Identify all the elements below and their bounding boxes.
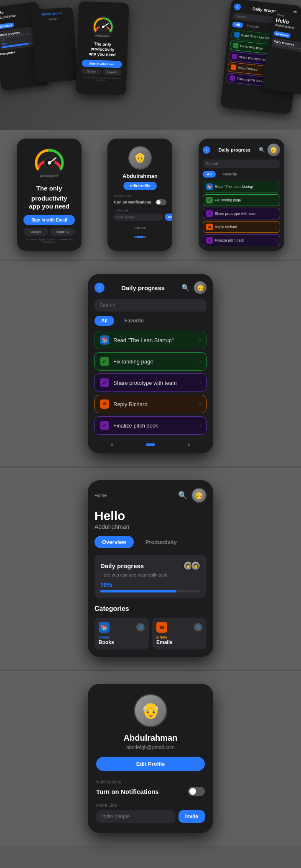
task-item-2-medium[interactable]: ✓ Fix landing page › — [203, 194, 280, 206]
home-username: Abdulrahman — [94, 523, 207, 530]
notifications-toggle-medium[interactable] — [156, 199, 166, 205]
tab-all-medium[interactable]: All — [203, 171, 216, 178]
home-greeting: Hello — [94, 509, 207, 523]
large-search-icon[interactable]: 🔍 — [181, 284, 190, 292]
back-button-medium[interactable]: ‹ — [203, 146, 210, 154]
category-emails: ✉ 👤 2 New Emails — [152, 618, 207, 649]
large-task-1[interactable]: 📚 Read "The Lean Startup" › — [94, 331, 207, 349]
large-task-5[interactable]: ✓ Finalize pitch deck › — [94, 416, 207, 435]
large-task-text-4: Reply Richard — [113, 401, 199, 407]
large-search-bar[interactable]: Search — [94, 299, 207, 312]
task-icon-3-medium: ✓ — [206, 210, 213, 217]
splash-tagline: The only — [36, 185, 62, 193]
books-count: 5 New — [99, 635, 145, 639]
large-task-icon-2: ✓ — [100, 357, 109, 366]
apple-button[interactable]: Apple ID — [50, 228, 75, 236]
tasks-phone-medium: ‹ Daily progress 🔍 👴 Search All Favorite… — [199, 139, 284, 251]
task-text-2-medium: Fix landing page — [215, 198, 275, 202]
avatar-image: 👴 — [129, 147, 151, 169]
books-name: Books — [99, 639, 145, 645]
tab-overview[interactable]: Overview — [94, 536, 134, 548]
emails-name: Emails — [156, 639, 202, 645]
emails-icons-row: ✉ 👤 — [156, 622, 202, 633]
task-icon-2-medium: ✓ — [206, 197, 213, 203]
large-home-phone: Home 🔍 👴 Hello Abdulrahman Overview Prod… — [88, 480, 213, 657]
large-nav-dot-2 — [146, 443, 155, 446]
splash-tagline2: productivity — [31, 195, 67, 202]
splash-phone-medium: PRODUCTIVITY The only productivity app y… — [17, 139, 82, 251]
large-notifications-toggle[interactable] — [188, 787, 205, 796]
invite-input-medium[interactable] — [113, 214, 163, 221]
large-tabs: All Favorite — [94, 316, 207, 326]
large-task-chevron-3: › — [199, 379, 201, 386]
task-chevron-4-medium: › — [275, 225, 276, 229]
tab-favorite-medium[interactable]: Favorite — [218, 171, 241, 178]
nav-bar-tasks-medium — [203, 249, 280, 251]
large-task-text-1: Read "The Lean Startup" — [113, 337, 199, 343]
gauge-svg: PRODUCTIVITY — [33, 146, 66, 180]
large-edit-profile-button[interactable]: Edit Profile — [96, 757, 205, 771]
large-tab-favorite[interactable]: Favorite — [117, 316, 150, 326]
task-item-1-medium[interactable]: 📚 Read "The Lean Startup" › — [203, 181, 280, 193]
large-back-button[interactable]: ‹ — [94, 283, 105, 293]
invite-row-medium: Invite — [113, 214, 166, 221]
profile-name-medium: Abdulrahman — [122, 173, 158, 179]
books-avatar: 👤 — [136, 623, 145, 631]
task-item-5-medium[interactable]: ✓ Finalize pitch deck › — [203, 234, 280, 246]
large-task-4[interactable]: ✉ Reply Richard › — [94, 395, 207, 413]
edit-profile-button-medium[interactable]: Edit Profile — [123, 182, 157, 190]
home-top-icons: 🔍 👴 — [178, 488, 207, 503]
search-bar-medium[interactable]: Search — [203, 160, 280, 168]
emails-avatar: 👤 — [194, 623, 202, 631]
home-search-icon[interactable]: 🔍 — [178, 491, 187, 500]
large-profile-email: abcdefgh@gmail.com — [126, 744, 175, 750]
task-chevron-5-medium: › — [275, 238, 276, 243]
large-task-chevron-5: › — [199, 422, 201, 429]
large-profile-avatar: 👴 — [134, 694, 167, 727]
tab-productivity[interactable]: Productivity — [138, 536, 184, 548]
logout-text-medium[interactable]: Log out — [135, 226, 146, 229]
task-text-3-medium: Share prototype with team — [215, 211, 275, 216]
large-tab-all[interactable]: All — [94, 316, 114, 326]
category-books: 📚 👤 5 New Books — [94, 618, 149, 649]
search-icon-medium[interactable]: 🔍 — [259, 147, 265, 153]
collage-apple-btn[interactable]: Apple ID — [102, 69, 122, 75]
large-task-icon-3: ✓ — [100, 378, 109, 387]
sign-in-email-button[interactable]: Sign in with Email — [23, 215, 75, 225]
collage-tagline: The onlyproductivityapp you need — [89, 41, 116, 57]
task-icon-1-medium: 📚 — [206, 183, 213, 190]
home-avatar: 👴 — [191, 488, 207, 503]
collage-social-row: Google Apple ID — [82, 68, 122, 75]
splash-gauge: PRODUCTIVITY — [33, 146, 66, 180]
large-task-2[interactable]: ✓ Fix landing page › — [94, 352, 207, 371]
header-icons-medium: 🔍 👴 — [259, 144, 280, 156]
progress-card-header: Daily progress 🧑 👩 — [100, 561, 201, 571]
task-icon-4-medium: ✉ — [206, 224, 213, 230]
collage-invite-people: Invite people — [34, 10, 70, 17]
large-home-section: Home 🔍 👴 Hello Abdulrahman Overview Prod… — [0, 468, 301, 670]
progress-card-subtitle: Here you can see your daily task — [100, 572, 201, 577]
google-button[interactable]: Google — [23, 228, 48, 236]
invite-button-medium[interactable]: Invite — [165, 214, 172, 221]
large-invite-button[interactable]: Invite — [179, 810, 205, 823]
task-item-4-medium[interactable]: ✉ Reply Richard › — [203, 221, 280, 233]
notifications-section-label-medium: Notifications — [113, 194, 132, 198]
large-notifications-row: Turn on Notifications — [96, 787, 205, 796]
nav-dot-2-active — [136, 236, 144, 238]
large-invite-input[interactable] — [96, 810, 175, 823]
task-text-5-medium: Finalize pitch deck — [215, 238, 275, 242]
collage-google-btn[interactable]: Google — [82, 68, 101, 75]
splash-tagline3: app you need — [29, 203, 69, 210]
home-tabs-row: Overview Productivity — [94, 536, 207, 548]
task-item-3-medium[interactable]: ✓ Share prototype with team › — [203, 208, 280, 219]
large-task-3[interactable]: ✓ Share prototype with team › — [94, 373, 207, 392]
collage-signin-btn[interactable]: Sign in with Email — [82, 59, 122, 68]
progress-percentage: 76% — [100, 582, 201, 588]
header-avatar-medium: 👴 — [268, 144, 280, 156]
emails-icon: ✉ — [156, 622, 167, 633]
task-text-4-medium: Reply Richard — [215, 225, 275, 229]
large-task-chevron-4: › — [199, 401, 201, 407]
large-tasks-header: ‹ Daily progress 🔍 👴 — [94, 281, 207, 294]
large-invite-row: Invite — [96, 810, 205, 823]
categories-title: Categories — [94, 605, 207, 613]
